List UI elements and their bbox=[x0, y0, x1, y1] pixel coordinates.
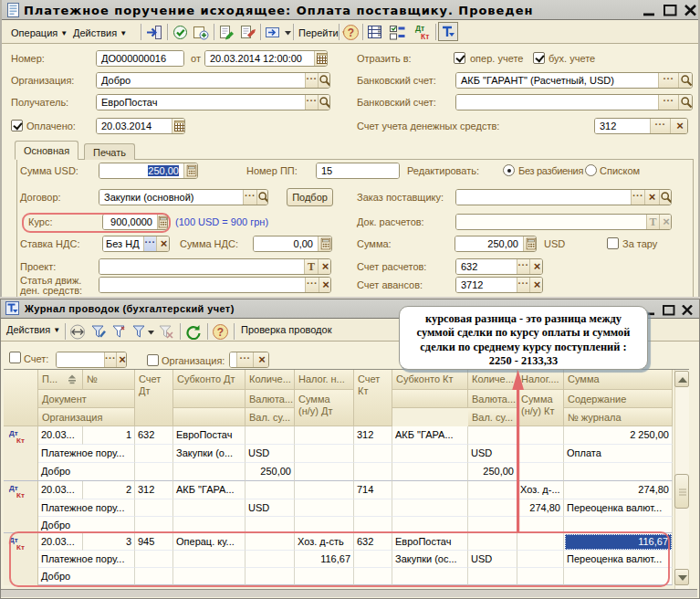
red-arrow bbox=[510, 370, 527, 532]
bank-account-2: ... bbox=[455, 94, 693, 110]
payment-order-window: Платежное поручение исходящее: Оплата по… bbox=[0, 0, 700, 297]
spiskom bbox=[585, 164, 597, 176]
filter-org: ... × bbox=[229, 352, 269, 368]
oper-uchete bbox=[454, 52, 465, 64]
org: Добро ... bbox=[96, 72, 330, 89]
pay-date: 20.03.2014 bbox=[96, 118, 185, 134]
acc-3712: 3712 ... × bbox=[455, 277, 543, 293]
acc-632: 632 ... × bbox=[455, 258, 543, 275]
j-status bbox=[1, 589, 697, 597]
za-taru bbox=[607, 237, 619, 249]
receiver: ЕвроПостач ... bbox=[96, 94, 330, 110]
summa-usd: 250,00 bbox=[99, 163, 198, 179]
1c-enterprise-screens: Платежное поручение исходящее: Оплата по… bbox=[0, 0, 700, 599]
oplacheno bbox=[11, 120, 23, 131]
svg-text:Кт: Кт bbox=[16, 436, 25, 444]
svg-text:?: ? bbox=[348, 26, 354, 39]
tab-osnovnaya: Основная bbox=[15, 141, 78, 160]
buh-uchete bbox=[533, 52, 545, 64]
tab-pechat: Печать bbox=[84, 143, 135, 160]
po-titlebar: Платежное поручение исходящее: Оплата по… bbox=[2, 0, 698, 20]
filter-schet: ... × bbox=[56, 352, 127, 368]
summa-nds: 0,00 bbox=[253, 236, 332, 252]
bez-razbieniya bbox=[503, 164, 515, 176]
filter-org-cb bbox=[147, 354, 159, 366]
nomer-pp: 15 bbox=[316, 163, 400, 179]
svg-text:Кт: Кт bbox=[421, 32, 429, 41]
statya: ... × bbox=[99, 277, 331, 293]
svg-text:Кт: Кт bbox=[16, 491, 25, 499]
zakaz-postavschiku: ... × bbox=[455, 189, 672, 205]
svg-text:?: ? bbox=[217, 326, 224, 339]
row3-highlight bbox=[9, 531, 670, 587]
filter-toggle bbox=[438, 22, 458, 41]
date: 20.03.2014 12:00:00 bbox=[204, 50, 328, 67]
number: ДО000000016 bbox=[96, 50, 184, 67]
dok-raschetov: T × bbox=[455, 214, 672, 230]
proekt: T × bbox=[99, 258, 331, 275]
bank-account-1: АКБ "ГАРАНТ" (Расчетный, USD) ... bbox=[455, 72, 693, 89]
po-toolbar: Операция ▼ Действия ▼ Перейти ▼ ? ДтКт bbox=[2, 20, 698, 44]
acc-312: 312 ... × bbox=[594, 118, 688, 134]
summa: 250,00 bbox=[454, 236, 537, 252]
kurs-highlight bbox=[22, 213, 171, 233]
stavka-nds: Без НД ... × bbox=[102, 236, 170, 252]
tooltip: курсовая разница - это разница междусумм… bbox=[399, 306, 648, 370]
podbor-btn: Подбор bbox=[287, 188, 333, 206]
dogovor: Закупки (основной) ... bbox=[99, 189, 268, 205]
